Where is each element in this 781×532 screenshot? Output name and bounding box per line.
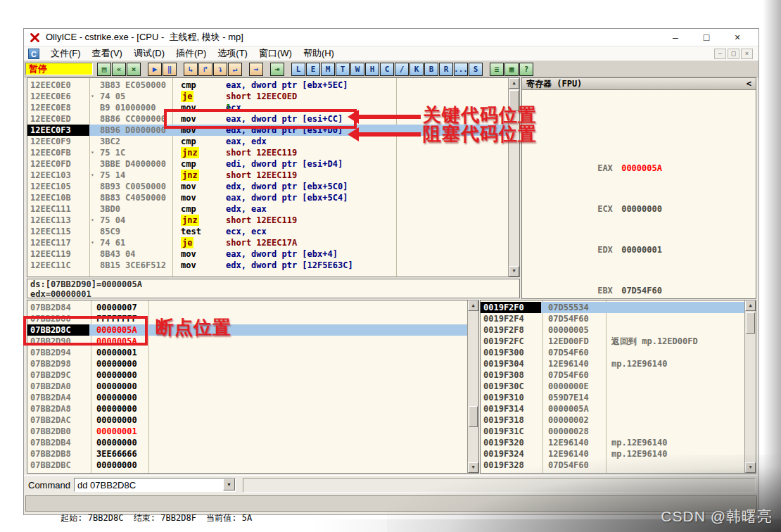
dump-scrollbar[interactable]: ▲ ▼ — [467, 300, 478, 473]
go-to-address-button[interactable]: ⇥ — [270, 63, 284, 76]
run-button[interactable]: ▶ — [148, 63, 162, 76]
disasm-row[interactable]: 12EEC113 ▾ 75 04 jnz short 12EEC119 — [27, 215, 519, 226]
dump-row[interactable]: 07BB2DA0 00000000 — [27, 381, 478, 392]
menu-file[interactable]: 文件(F) — [45, 47, 87, 60]
stack-row[interactable]: 0019F324 12E96140 mp.12E96140 — [481, 448, 756, 460]
view-windows-button[interactable]: W — [350, 63, 364, 76]
dump-row[interactable]: 07BB2D98 00000000 — [27, 358, 478, 369]
title-bar[interactable]: OllyICE - cstrike.exe - [CPU - 主线程, 模块 -… — [24, 29, 758, 46]
stack-row[interactable]: 0019F31C 00000028 — [481, 426, 756, 437]
execute-till-return-button[interactable]: → — [249, 63, 263, 76]
disasm-row[interactable]: 12EEC105 8B93 C0050000 mov edx, dword pt… — [27, 181, 519, 192]
stack-scrollbar[interactable]: ▲ ▼ — [744, 300, 756, 473]
stack-row[interactable]: 0019F320 12E96140 mp.12E96140 — [481, 437, 756, 448]
stack-row[interactable]: 0019F328 07D54F60 — [481, 460, 756, 471]
mdi-close-button[interactable]: × — [741, 49, 753, 59]
scroll-up-icon[interactable]: ▲ — [509, 78, 519, 89]
disasm-row[interactable]: 12EEC119 8B43 04 mov eax, dword ptr [ebx… — [27, 248, 519, 260]
view-cpu-button[interactable]: C — [380, 63, 394, 76]
stack-row[interactable]: 0019F304 12E96140 mp.12E96140 — [481, 358, 756, 369]
dump-row[interactable]: 07BB2DA4 00000000 — [27, 392, 478, 403]
mdi-restore-button[interactable]: ◻ — [728, 49, 739, 59]
stack-row[interactable]: 0019F310 059D7E14 — [481, 392, 756, 403]
menu-debug[interactable]: 调试(D) — [128, 47, 170, 60]
scroll-up-icon[interactable]: ▲ — [468, 300, 478, 311]
stack-row[interactable]: 0019F2F4 07D54F60 — [481, 313, 756, 324]
view-memory-button[interactable]: M — [321, 63, 335, 76]
debug-options-button[interactable]: ≡ — [490, 63, 504, 76]
view-call-stack-button[interactable]: K — [409, 63, 424, 76]
EBX[interactable]: EBX07D54F60 — [526, 274, 756, 285]
mdi-minimize-button[interactable]: – — [714, 49, 726, 59]
view-references-button[interactable]: R — [439, 63, 453, 76]
disasm-row[interactable]: 12EEC115 85C9 test ecx, ecx — [27, 226, 519, 237]
ECX[interactable]: ECX00000000 — [526, 192, 756, 203]
view-patches-button[interactable]: / — [395, 63, 409, 76]
dump-row[interactable]: 07BB2DBC 00000000 — [27, 460, 478, 471]
disasm-row[interactable]: 12EEC0E0 3B83 EC050000 cmp eax, dword pt… — [27, 80, 519, 91]
menu-plugins[interactable]: 插件(P) — [170, 47, 212, 60]
stack-row[interactable]: 0019F300 07D54F60 — [481, 347, 756, 358]
stack-row[interactable]: 0019F2FC 12ED00FD 返回到 mp.12ED00FD — [481, 336, 756, 347]
stack-row[interactable]: 0019F2F8 00000005 — [481, 324, 756, 336]
dump-row[interactable]: 07BB2DB4 00000000 — [27, 437, 478, 448]
restart-button[interactable]: « — [112, 63, 126, 76]
help-button[interactable]: ? — [519, 63, 533, 76]
scroll-down-icon[interactable]: ▼ — [509, 266, 519, 277]
appearance-button[interactable]: ▦ — [504, 63, 519, 76]
view-handles-button[interactable]: H — [365, 63, 379, 76]
step-over-button[interactable]: ↱ — [198, 63, 212, 76]
disasm-row[interactable]: 12EEC111 3BD0 cmp edx, eax — [27, 203, 519, 215]
stack-row[interactable]: 0019F30C 0000000E — [481, 381, 756, 392]
dump-row[interactable]: 07BB2D84 00000007 — [27, 302, 478, 313]
dump-row[interactable]: 07BB2DA8 00000000 — [27, 403, 478, 414]
disasm-row[interactable]: 12EEC117 ▾ 74 61 je short 12EEC17A — [27, 237, 519, 248]
dump-row[interactable]: 07BB2DAC 00000000 — [27, 414, 478, 426]
stack-row[interactable]: 0019F314 0000005A — [481, 403, 756, 414]
disasm-row[interactable]: 12EEC0FB ▾ 75 1C jnz short 12EEC119 — [27, 147, 519, 158]
scrollbar-thumb[interactable] — [469, 406, 478, 427]
dropdown-arrow-icon[interactable]: ▼ — [223, 479, 235, 490]
pause-button[interactable]: ‖ — [163, 63, 177, 76]
EDX[interactable]: EDX00000001 — [526, 233, 756, 244]
dump-row[interactable]: 07BB2DB0 00000001 — [27, 426, 478, 437]
view-threads-button[interactable]: T — [336, 63, 350, 76]
info-pane: ds:[07BB2D90]=0000005Aedx=00000001 — [27, 279, 520, 298]
scrollbar-thumb[interactable] — [746, 312, 755, 334]
disasm-row[interactable]: 12EEC10B 8B83 C4050000 mov eax, dword pt… — [27, 192, 519, 203]
dump-row[interactable]: 07BB2D9C 00000000 — [27, 369, 478, 381]
trace-into-button[interactable]: ↴ — [213, 63, 227, 76]
view-run-trace-button[interactable]: ... — [454, 63, 468, 76]
minimize-button[interactable]: – — [660, 32, 691, 43]
open-file-button[interactable]: ▤ — [97, 63, 111, 76]
view-breakpoints-button[interactable]: B — [424, 63, 438, 76]
menu-window[interactable]: 窗口(W) — [253, 47, 298, 60]
stack-row[interactable]: 0019F308 07D54F60 — [481, 369, 756, 381]
disasm-row[interactable]: 12EEC0E6 ▾ 74 05 je short 12EEC0ED — [27, 91, 519, 102]
command-input[interactable] — [74, 478, 236, 492]
view-source-button[interactable]: S — [469, 63, 483, 76]
disasm-row[interactable]: 12EEC11C 8B15 3CE6F512 mov edx, dword pt… — [27, 260, 519, 271]
dump-row[interactable]: 07BB2DB8 3EE66666 — [27, 448, 478, 460]
scroll-down-icon[interactable]: ▼ — [468, 462, 478, 473]
menu-options[interactable]: 选项(T) — [212, 47, 253, 60]
menu-help[interactable]: 帮助(H) — [298, 47, 340, 60]
scroll-up-icon[interactable]: ▲ — [745, 300, 756, 311]
trace-over-button[interactable]: ↵ — [228, 63, 242, 76]
dump-row[interactable]: 07BB2D94 00000001 — [27, 347, 478, 358]
view-log-button[interactable]: L — [291, 63, 305, 76]
view-executables-button[interactable]: E — [306, 63, 320, 76]
scroll-down-icon[interactable]: ▼ — [745, 462, 756, 473]
stack-row[interactable]: 0019F318 00000002 — [481, 414, 756, 426]
collapse-icon[interactable]: < — [747, 78, 751, 89]
EAX[interactable]: EAX0000005A — [526, 151, 756, 163]
step-into-button[interactable]: ↳ — [184, 63, 198, 76]
maximize-button[interactable]: □ — [691, 32, 722, 43]
disasm-row[interactable]: 12EEC0FD 3BBE D4000000 cmp edi, dword pt… — [27, 158, 519, 170]
close-button[interactable]: × — [722, 32, 753, 43]
stack-address: 0019F2FC — [483, 336, 540, 347]
close-program-button[interactable]: × — [127, 63, 141, 76]
menu-view[interactable]: 查看(V) — [87, 47, 128, 60]
stack-row[interactable]: 0019F2F0 07D55534 — [481, 302, 756, 313]
disasm-row[interactable]: 12EEC103 ▾ 75 14 jnz short 12EEC119 — [27, 170, 519, 181]
